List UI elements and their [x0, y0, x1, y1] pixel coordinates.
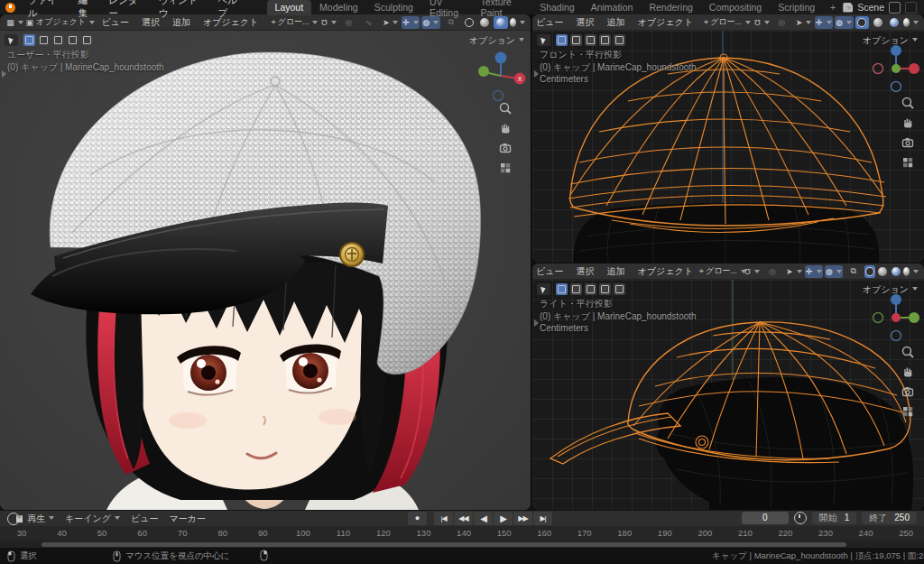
tab-modeling[interactable]: Modeling — [311, 0, 366, 15]
shading-solid-button[interactable] — [871, 16, 885, 29]
active-tool-dropdown[interactable]: ➤ — [382, 16, 400, 29]
toolbar-expand-arrow[interactable] — [2, 70, 6, 78]
transform-orientation-dropdown[interactable]: ⌖グロー... — [704, 265, 742, 278]
viewport-toggle-icon-3[interactable] — [585, 283, 596, 295]
viewport-toggle-icon-2[interactable] — [570, 34, 582, 46]
use-preview-range-icon[interactable] — [794, 512, 807, 524]
zoom-icon[interactable] — [901, 345, 915, 359]
select-menu[interactable]: 選択 — [570, 16, 599, 29]
xray-toggle-icon[interactable]: ⧉ — [845, 265, 863, 278]
object-menu[interactable]: オブジェクト — [632, 16, 698, 29]
playback-menu[interactable]: 再生 — [22, 513, 60, 525]
add-workspace-button[interactable]: + — [823, 2, 843, 13]
play-button[interactable]: ▶ — [494, 512, 513, 525]
keying-menu[interactable]: キーイング — [60, 513, 125, 525]
tab-shading[interactable]: Shading — [531, 0, 583, 15]
gizmos-toggle-icon[interactable]: ✛ — [402, 16, 420, 29]
active-tool-icon[interactable] — [5, 34, 18, 46]
timeline-ruler[interactable]: 3040506070809010011012013014015016017018… — [0, 526, 924, 541]
ortho-grid-icon[interactable] — [901, 404, 915, 419]
overlays-toggle-icon[interactable]: ◍ — [825, 265, 843, 278]
viewport-toggle-icon-2[interactable] — [38, 34, 50, 46]
menu-edit[interactable]: 編集 — [71, 0, 102, 21]
blender-logo-icon[interactable] — [5, 3, 15, 13]
shading-material-button[interactable] — [891, 265, 901, 278]
zoom-icon[interactable] — [498, 101, 513, 116]
timeline-view-menu[interactable]: ビュー — [125, 513, 163, 525]
frame-end-field[interactable]: 終了250 — [862, 512, 917, 524]
tab-uv-editing[interactable]: UV Editing — [421, 0, 473, 21]
viewport-toggle-icon-3[interactable] — [585, 34, 596, 46]
active-tool-dropdown[interactable]: ➤ — [794, 16, 812, 29]
shading-wireframe-button[interactable] — [855, 16, 870, 29]
add-menu[interactable]: 追加 — [601, 265, 630, 278]
frame-start-field[interactable]: 開始1 — [812, 512, 857, 524]
jump-to-end-button[interactable]: ▶| — [533, 512, 552, 525]
navigation-gizmo[interactable]: X — [476, 51, 526, 101]
proportional-falloff-icon[interactable]: ∿ — [360, 16, 378, 29]
timeline-scrollbar[interactable] — [0, 541, 924, 548]
active-tool-icon[interactable] — [537, 283, 550, 295]
navigation-gizmo[interactable] — [871, 43, 921, 94]
pan-hand-icon[interactable] — [498, 121, 513, 135]
scene-browse-icon[interactable] — [843, 3, 853, 13]
shading-solid-button[interactable] — [877, 265, 888, 278]
menu-render[interactable]: レンダー — [103, 0, 152, 21]
tab-compositing[interactable]: Compositing — [701, 0, 770, 15]
marker-menu[interactable]: マーカー — [163, 513, 210, 525]
auto-key-record-button[interactable]: ● — [408, 512, 427, 525]
tab-rendering[interactable]: Rendering — [641, 0, 700, 15]
pan-hand-icon[interactable] — [901, 365, 915, 379]
zoom-icon[interactable] — [901, 96, 915, 110]
timeline-editor-type-icon[interactable] — [7, 513, 20, 525]
menu-help[interactable]: ヘルプ — [212, 0, 253, 21]
ortho-grid-icon[interactable] — [901, 155, 915, 170]
tab-sculpting[interactable]: Sculpting — [366, 0, 421, 15]
snap-magnet-icon[interactable]: Ω — [320, 16, 338, 29]
select-menu[interactable]: 選択 — [570, 265, 599, 278]
viewport-right-canvas[interactable]: オプション ライト・平行投影 (0) キャップ | MarineCap_houn… — [532, 280, 924, 510]
viewport-toggle-icon-1[interactable] — [556, 34, 568, 46]
gizmos-toggle-icon[interactable]: ✛ — [815, 16, 833, 29]
viewport-toggle-icon-5[interactable] — [614, 34, 625, 46]
navigation-gizmo[interactable] — [871, 292, 921, 343]
snap-magnet-icon[interactable]: Ω — [744, 265, 762, 278]
active-tool-dropdown[interactable]: ➤ — [785, 265, 803, 278]
current-frame-field[interactable]: 0 — [742, 512, 789, 524]
previous-keyframe-button[interactable]: ◀◀ — [454, 512, 473, 525]
viewport-toggle-icon-4[interactable] — [599, 34, 611, 46]
shading-wireframe-button[interactable] — [864, 265, 875, 278]
jump-to-start-button[interactable]: |◀ — [434, 512, 453, 525]
viewport-toggle-icon-5[interactable] — [81, 34, 93, 46]
add-menu[interactable]: 追加 — [601, 16, 630, 29]
toolbar-expand-arrow[interactable] — [534, 319, 539, 327]
view-menu[interactable]: ビュー — [532, 16, 568, 29]
menu-file[interactable]: ファイル — [22, 0, 71, 21]
next-keyframe-button[interactable]: ▶▶ — [513, 512, 532, 525]
viewport-toggle-icon-4[interactable] — [67, 34, 79, 46]
shading-rendered-button[interactable] — [903, 265, 919, 278]
tab-animation[interactable]: Animation — [583, 0, 642, 15]
ortho-grid-icon[interactable] — [498, 161, 513, 175]
tab-texture-paint[interactable]: Texture Paint — [472, 0, 531, 21]
tab-scripting[interactable]: Scripting — [770, 0, 823, 15]
active-tool-icon[interactable] — [537, 34, 550, 46]
transform-orientation-dropdown[interactable]: ⌖グロー... — [271, 16, 318, 29]
unlink-scene-icon[interactable] — [905, 2, 917, 14]
play-reverse-button[interactable]: ◀ — [474, 512, 493, 525]
tab-layout[interactable]: Layout — [267, 0, 312, 15]
view-menu[interactable]: ビュー — [532, 265, 568, 278]
options-dropdown[interactable]: オプション — [469, 34, 524, 47]
proportional-edit-icon[interactable]: ◎ — [340, 16, 358, 29]
shading-material-button[interactable] — [887, 16, 901, 29]
viewport-user-canvas[interactable]: オプション ユーザー・平行投影 (0) キャップ | MarineCap_hou… — [0, 31, 531, 510]
viewport-front-canvas[interactable]: オプション フロント・平行投影 (0) キャップ | MarineCap_hou… — [532, 31, 924, 263]
gizmos-toggle-icon[interactable]: ✛ — [805, 265, 823, 278]
viewport-toggle-icon-5[interactable] — [614, 283, 625, 295]
overlays-toggle-icon[interactable]: ◍ — [835, 16, 854, 29]
viewport-toggle-icon-2[interactable] — [570, 283, 582, 295]
viewport-toggle-icon-3[interactable] — [52, 34, 64, 46]
camera-view-icon[interactable] — [498, 141, 513, 155]
timeline-scrollbar-thumb[interactable] — [42, 542, 846, 547]
viewport-toggle-icon-4[interactable] — [599, 283, 611, 295]
